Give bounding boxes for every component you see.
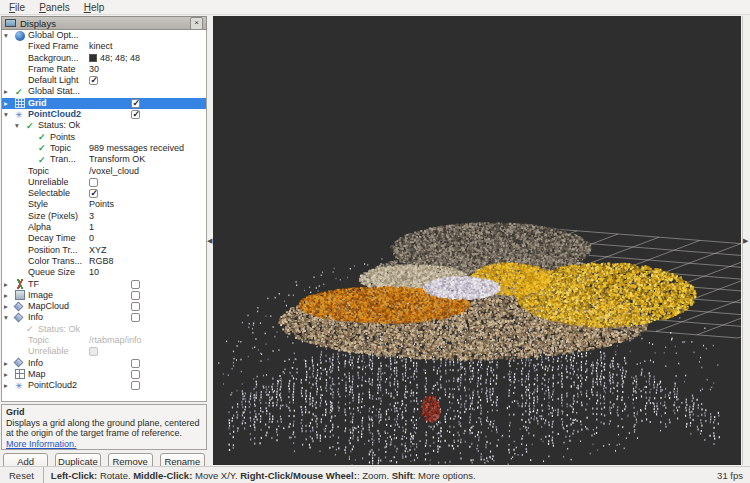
- display-enable-checkbox[interactable]: [131, 99, 140, 108]
- display-enable-checkbox[interactable]: [131, 302, 140, 311]
- tree-row-unreliable[interactable]: Unreliable: [2, 177, 206, 188]
- property-checkbox[interactable]: [89, 189, 98, 198]
- property-value[interactable]: Points: [89, 199, 114, 210]
- tf-icon: [15, 279, 25, 289]
- tree-row-color-trans[interactable]: Color Trans...RGB8: [2, 256, 206, 267]
- property-value-text: /voxel_cloud: [89, 166, 139, 177]
- tree-row-map[interactable]: ▸Map: [2, 369, 206, 380]
- property-checkbox[interactable]: [89, 76, 98, 85]
- globe-icon: [15, 31, 25, 41]
- description-title: Grid: [6, 407, 202, 418]
- tree-row-tran[interactable]: Tran...Transform OK: [2, 154, 206, 165]
- property-value[interactable]: 0: [89, 233, 94, 244]
- collapse-arrow-icon[interactable]: ▾: [4, 312, 8, 323]
- tree-row-label: Decay Time: [28, 233, 76, 244]
- tree-row-status-ok[interactable]: ▾Status: Ok: [2, 120, 206, 131]
- tree-row-tf[interactable]: ▸TF: [2, 279, 206, 290]
- tree-row-points[interactable]: Points: [2, 132, 206, 143]
- tree-row-label: PointCloud2: [28, 109, 81, 120]
- tree-row-label: MapCloud: [28, 301, 69, 312]
- viewport-canvas[interactable]: [213, 16, 741, 465]
- display-enable-checkbox[interactable]: [131, 280, 140, 289]
- expand-arrow-icon[interactable]: ▸: [4, 369, 8, 380]
- expand-arrow-icon[interactable]: ▸: [4, 380, 8, 391]
- expand-arrow-icon[interactable]: ▸: [4, 98, 8, 109]
- right-panel-splitter[interactable]: ▶: [742, 16, 750, 465]
- tree-row-mapcloud[interactable]: ▸MapCloud: [2, 301, 206, 312]
- tree-row-alpha[interactable]: Alpha1: [2, 222, 206, 233]
- tree-row-image[interactable]: ▸Image: [2, 290, 206, 301]
- menu-panels[interactable]: Panels: [32, 2, 77, 13]
- property-value-text: XYZ: [89, 245, 107, 256]
- tree-row-status-ok[interactable]: Status: Ok: [2, 324, 206, 335]
- tree-row-fixed-frame[interactable]: Fixed Framekinect: [2, 41, 206, 52]
- hint-segment: : Zoom.: [357, 470, 392, 481]
- property-value[interactable]: 3: [89, 211, 94, 222]
- tree-row-selectable[interactable]: Selectable: [2, 188, 206, 199]
- property-value[interactable]: RGB8: [89, 256, 114, 267]
- tree-row-queue-size[interactable]: Queue Size10: [2, 267, 206, 278]
- tree-row-label: Backgroun...: [28, 53, 79, 64]
- menu-file[interactable]: File: [2, 2, 32, 13]
- tree-row-backgroun[interactable]: Backgroun...48; 48; 48: [2, 53, 206, 64]
- display-enable-checkbox[interactable]: [131, 313, 140, 322]
- expand-arrow-icon[interactable]: ▸: [4, 301, 8, 312]
- tree-row-decay-time[interactable]: Decay Time0: [2, 233, 206, 244]
- property-value[interactable]: /voxel_cloud: [89, 166, 139, 177]
- panel-title-label: Displays: [20, 18, 56, 29]
- collapse-right-panel-handle[interactable]: ▶: [743, 237, 748, 244]
- property-value[interactable]: 989 messages received: [89, 143, 184, 154]
- tree-row-topic[interactable]: Topic/rtabmap/info: [2, 335, 206, 346]
- expand-arrow-icon[interactable]: ▸: [4, 358, 8, 369]
- tree-row-label: Topic: [28, 335, 49, 346]
- property-value[interactable]: 10: [89, 267, 99, 278]
- tree-row-pointcloud2[interactable]: ▸PointCloud2: [2, 380, 206, 391]
- display-enable-checkbox[interactable]: [131, 370, 140, 379]
- tree-row-topic[interactable]: Topic/voxel_cloud: [2, 166, 206, 177]
- tree-row-label: Info: [28, 312, 43, 323]
- property-checkbox[interactable]: [89, 178, 98, 187]
- property-value[interactable]: Transform OK: [89, 154, 145, 165]
- collapse-arrow-icon[interactable]: ▾: [4, 30, 8, 41]
- rviz-window: FilePanelsHelp Displays ▾Global Opt...Fi…: [0, 0, 750, 483]
- menu-help[interactable]: Help: [77, 2, 112, 13]
- tree-row-frame-rate[interactable]: Frame Rate30: [2, 64, 206, 75]
- displays-panel-titlebar[interactable]: Displays: [1, 16, 207, 30]
- tree-row-info[interactable]: ▾Info: [2, 312, 206, 323]
- property-value[interactable]: 30: [89, 64, 99, 75]
- tree-row-topic[interactable]: Topic989 messages received: [2, 143, 206, 154]
- collapse-arrow-icon[interactable]: ▾: [4, 109, 8, 120]
- display-enable-checkbox[interactable]: [131, 110, 140, 119]
- property-value[interactable]: 48; 48; 48: [89, 53, 140, 64]
- color-swatch: [89, 54, 97, 62]
- property-value-text: Transform OK: [89, 154, 145, 165]
- property-value[interactable]: XYZ: [89, 245, 107, 256]
- display-enable-checkbox[interactable]: [131, 291, 140, 300]
- property-value[interactable]: 1: [89, 222, 94, 233]
- display-enable-checkbox[interactable]: [131, 381, 140, 390]
- tree-row-info[interactable]: ▸Info: [2, 358, 206, 369]
- expand-arrow-icon[interactable]: ▸: [4, 86, 8, 97]
- tree-row-global-opt[interactable]: ▾Global Opt...: [2, 30, 206, 41]
- reset-button[interactable]: Reset: [0, 467, 44, 483]
- tree-row-size-pixels[interactable]: Size (Pixels)3: [2, 211, 206, 222]
- expand-arrow-icon[interactable]: ▸: [4, 290, 8, 301]
- more-information-link[interactable]: More Information.: [6, 439, 77, 449]
- collapse-left-panel-handle[interactable]: ◀: [207, 237, 212, 244]
- tree-row-pointcloud2[interactable]: ▾PointCloud2: [2, 109, 206, 120]
- tree-row-position-tr[interactable]: Position Tr...XYZ: [2, 245, 206, 256]
- display-enable-checkbox[interactable]: [131, 359, 140, 368]
- property-value[interactable]: /rtabmap/info: [89, 335, 142, 346]
- tree-row-unreliable[interactable]: Unreliable: [2, 346, 206, 357]
- tree-row-style[interactable]: StylePoints: [2, 199, 206, 210]
- hint-segment: : More options.: [413, 470, 476, 481]
- property-checkbox[interactable]: [89, 347, 98, 356]
- close-panel-button[interactable]: [190, 17, 203, 30]
- tree-row-grid[interactable]: ▸Grid: [2, 98, 206, 109]
- expand-arrow-icon[interactable]: ▸: [4, 279, 8, 290]
- property-value[interactable]: kinect: [89, 41, 113, 52]
- tree-row-global-stat[interactable]: ▸Global Stat...: [2, 86, 206, 97]
- tree-row-label: Image: [28, 290, 53, 301]
- tree-row-default-light[interactable]: Default Light: [2, 75, 206, 86]
- collapse-arrow-icon[interactable]: ▾: [15, 120, 19, 131]
